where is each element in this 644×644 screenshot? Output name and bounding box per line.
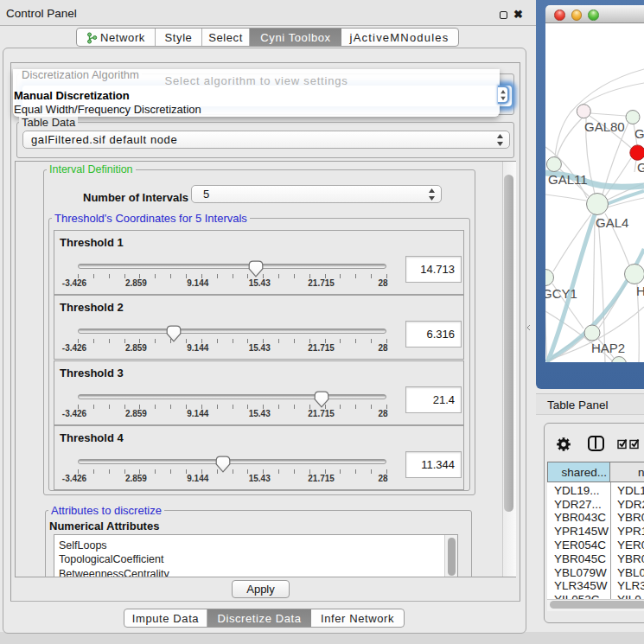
- svg-text:GAL: GAL: [637, 160, 644, 175]
- svg-text:HIS4: HIS4: [636, 284, 644, 298]
- svg-text:GAL2: GAL2: [634, 126, 644, 141]
- svg-text:GAL4: GAL4: [596, 215, 628, 230]
- svg-text:GAL80: GAL80: [584, 119, 625, 134]
- svg-text:HAP2: HAP2: [591, 341, 625, 355]
- svg-text:GCY1: GCY1: [545, 286, 577, 301]
- svg-text:GAL11: GAL11: [548, 172, 588, 187]
